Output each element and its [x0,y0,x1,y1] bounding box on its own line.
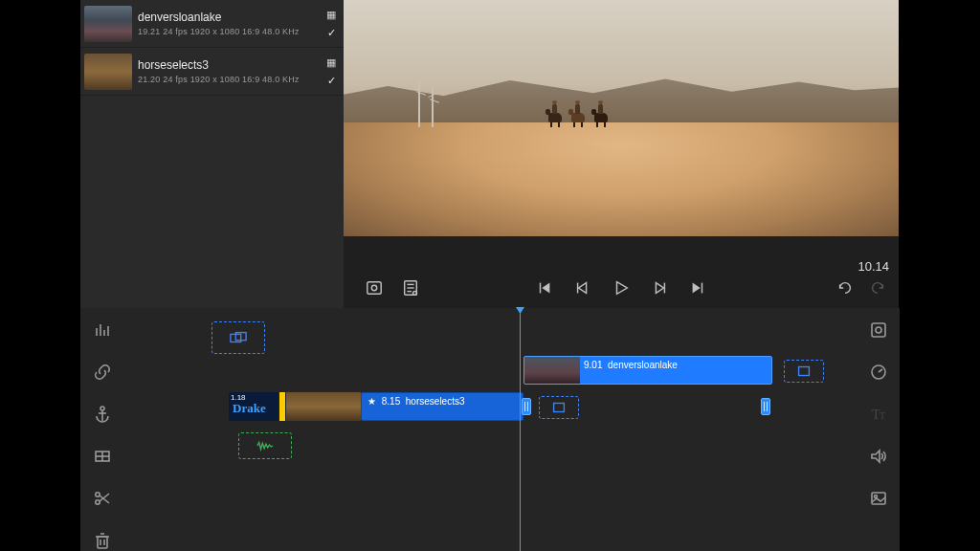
svg-text:T: T [880,410,885,421]
svg-rect-47 [554,404,565,412]
svg-marker-9 [579,283,587,294]
star-icon: ★ [368,396,376,407]
link-icon[interactable] [92,362,113,383]
trim-handle-right[interactable] [761,398,770,415]
timeline-clip-lake[interactable]: 9.01 denversloanlake [523,356,772,385]
clip-thumbnail [84,54,132,90]
video-icon: ▦ [326,9,336,21]
timeline-clip-thumb-horse[interactable] [286,392,361,421]
timeline-tracks[interactable]: 9.01 denversloanlake 1.18 Drake ★ 8.15 [123,308,857,551]
svg-rect-0 [368,282,381,295]
library-clip-row[interactable]: horseselects3 21.20 24 fps 1920 x 1080 1… [80,48,344,96]
svg-marker-8 [542,283,549,294]
svg-point-20 [100,407,104,410]
picture-icon[interactable] [868,488,889,509]
step-back-button[interactable] [573,278,592,298]
library-empty-area [80,96,344,308]
svg-point-26 [95,493,99,496]
svg-rect-46 [799,367,810,376]
check-icon: ✓ [327,75,336,87]
frame-icon[interactable] [92,446,113,467]
slip-dropzone-right[interactable] [784,360,824,383]
trim-handle-left[interactable] [522,398,531,415]
clip-info: horseselects3 21.20 24 fps 1920 x 1080 1… [138,58,326,84]
overlay-dropzone[interactable] [212,321,265,354]
settings-icon[interactable] [365,278,384,298]
notes-icon[interactable] [401,278,420,298]
library-clip-row[interactable]: denversloanlake 19.21 24 fps 1920 x 1080… [80,0,344,48]
trash-icon[interactable] [92,530,113,551]
svg-point-36 [876,327,881,333]
svg-rect-35 [872,323,885,337]
redo-button[interactable] [868,278,887,298]
volume-icon[interactable] [868,446,889,467]
slip-dropzone-center[interactable] [539,396,579,419]
svg-point-6 [413,291,417,295]
anchor-icon[interactable] [92,404,113,425]
clip-metadata: 21.20 24 fps 1920 x 1080 16:9 48.0 KHz [138,75,326,84]
svg-marker-12 [656,283,663,294]
timecode-display: 10.14 [858,259,889,274]
svg-point-1 [371,285,376,290]
check-icon: ✓ [327,27,336,39]
svg-point-27 [95,500,99,504]
svg-line-38 [879,369,882,372]
clip-thumbnail [524,357,580,384]
timeline-left-toolbar [80,308,123,551]
clip-in-time: 8.15 [382,396,400,407]
preview-frame [344,0,899,236]
scissors-icon[interactable] [92,488,113,509]
playhead[interactable] [520,308,521,551]
audio-dropzone[interactable] [238,432,292,459]
target-icon[interactable] [868,320,889,341]
clip-name: horseselects3 [406,396,465,407]
clip-info: denversloanlake 19.21 24 fps 1920 x 1080… [138,11,326,36]
clip-thumbnail [84,6,132,42]
media-library: denversloanlake 19.21 24 fps 1920 x 1080… [80,0,344,96]
svg-marker-11 [617,282,628,295]
marker[interactable] [279,392,285,421]
go-to-start-button[interactable] [535,278,554,298]
play-button[interactable] [612,278,631,298]
clip-name: denversloanlake [608,360,678,370]
title-clip-badge: 1.18 [231,393,246,402]
svg-rect-30 [98,537,107,548]
timeline-clip-horse[interactable]: ★ 8.15 horseselects3 [361,392,523,421]
step-forward-button[interactable] [650,278,669,298]
clip-in-time: 9.01 [584,360,602,370]
speed-icon[interactable] [868,362,889,383]
clip-thumbnail [286,392,361,421]
pillarbox-left [0,0,80,551]
timeline-title-clip[interactable]: 1.18 Drake [229,392,278,421]
svg-marker-15 [693,283,701,294]
clip-title: horseselects3 [138,58,326,72]
clip-metadata: 19.21 24 fps 1920 x 1080 16:9 48.0 KHz [138,27,326,36]
timeline-panel: TT 9.01 denversloanlake [80,308,900,551]
undo-button[interactable] [835,278,855,298]
svg-marker-41 [872,451,880,462]
titles-icon[interactable]: TT [868,404,889,425]
preview-viewer[interactable] [344,0,899,236]
pillarbox-right [900,0,980,551]
clip-title: denversloanlake [138,11,326,24]
audio-levels-icon[interactable] [92,320,113,341]
title-clip-text: Drake [233,401,266,416]
transport-bar: 10.14 [344,236,899,308]
go-to-end-button[interactable] [688,278,707,298]
timeline-right-toolbar: TT [857,308,900,551]
video-icon: ▦ [326,56,336,69]
app-root: denversloanlake 19.21 24 fps 1920 x 1080… [0,0,980,551]
